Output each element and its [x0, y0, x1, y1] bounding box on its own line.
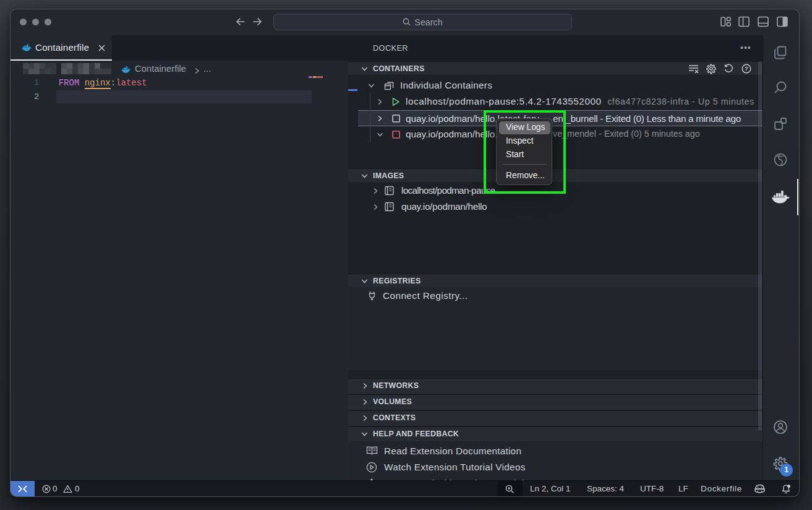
- svg-text:?: ?: [745, 65, 748, 72]
